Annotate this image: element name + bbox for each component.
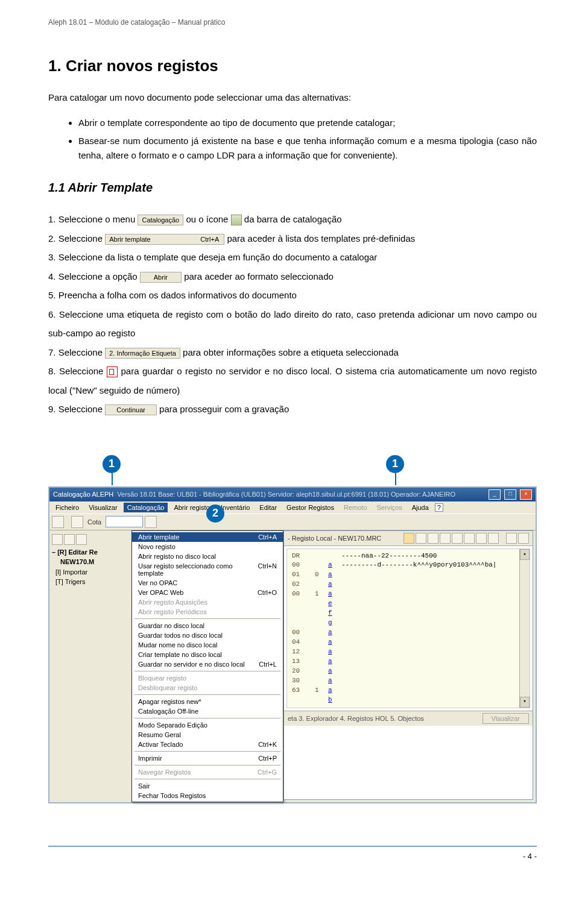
grid-cell: [315, 618, 323, 628]
editor-toolbar-icon[interactable]: [452, 533, 463, 544]
grid-cell: a: [328, 589, 337, 599]
grid-row[interactable]: 00a---------d--------k^^^y0pory0103^^^^b…: [292, 561, 525, 570]
grid-row[interactable]: 13a: [292, 657, 525, 667]
dropdown-item-label: Novo registo: [138, 543, 176, 550]
record-grid[interactable]: ▴ ▾ DR-----naa--22--------450000a-------…: [286, 548, 530, 708]
save-icon[interactable]: [107, 366, 118, 377]
app-title-prefix: Catalogação ALEPH: [53, 491, 113, 498]
toolbar-icon[interactable]: [52, 516, 64, 528]
dropdown-item[interactable]: Mudar nome no disco local: [132, 640, 283, 650]
dropdown-item[interactable]: Guardar no disco local: [132, 621, 283, 630]
tree-tab-icon[interactable]: [76, 534, 87, 545]
editor-toolbar-icon[interactable]: [440, 533, 451, 544]
grid-cell: [315, 696, 323, 705]
toolbar-icon[interactable]: [71, 516, 83, 528]
close-button[interactable]: ×: [520, 489, 532, 500]
intro-bullet-list: Abrir o template correspondente ao tipo …: [48, 116, 537, 163]
dropdown-item[interactable]: Resumo Geral: [132, 730, 283, 740]
editor-toolbar-icon[interactable]: [464, 533, 475, 544]
app-title-rest: Versão 18.01 Base: ULB01 - Bibliográfica…: [117, 491, 455, 498]
catalogacao-button[interactable]: Catalogação: [138, 215, 183, 225]
dropdown-item[interactable]: Guardar no servidor e no disco localCtrl…: [132, 659, 283, 669]
step-text: 5. Preencha a folha com os dados informa…: [48, 286, 537, 305]
grid-cell: [315, 628, 323, 638]
dropdown-item[interactable]: Fechar Todos Registos: [132, 791, 283, 800]
grid-row[interactable]: 12a: [292, 647, 525, 657]
dropdown-item[interactable]: ImprimirCtrl+P: [132, 753, 283, 763]
grid-row[interactable]: 20a: [292, 667, 525, 676]
grid-cell: a: [328, 638, 337, 647]
menu-gestor-registos[interactable]: Gestor Registos: [283, 503, 338, 512]
grid-row[interactable]: 631a: [292, 686, 525, 696]
dropdown-item[interactable]: Activar TecladoCtrl+K: [132, 740, 283, 749]
dropdown-item[interactable]: Ver no OPAC: [132, 578, 283, 588]
grid-row[interactable]: 010a: [292, 570, 525, 580]
dropdown-item[interactable]: Sair: [132, 781, 283, 791]
editor-toolbar-icon[interactable]: [428, 533, 438, 544]
scroll-up-icon[interactable]: ▴: [520, 549, 530, 560]
menu-ajuda[interactable]: Ajuda: [408, 503, 432, 512]
dropdown-item[interactable]: Ver OPAC WebCtrl+O: [132, 588, 283, 597]
dropdown-item-shortcut: Ctrl+N: [258, 562, 277, 577]
editor-toolbar-icon[interactable]: [488, 533, 499, 544]
grid-row[interactable]: DR-----naa--22--------4500: [292, 552, 525, 561]
tree-item[interactable]: NEW170.M: [52, 557, 130, 567]
tree-item[interactable]: [T] Trigers: [52, 577, 130, 587]
grid-row[interactable]: b: [292, 696, 525, 705]
dropdown-item[interactable]: Criar template no disco local: [132, 650, 283, 659]
menu-visualizar[interactable]: Visualizar: [85, 503, 121, 512]
dropdown-item[interactable]: Catalogação Off-line: [132, 706, 283, 716]
tree-item[interactable]: [I] Importar: [52, 567, 130, 577]
menu-editar[interactable]: Editar: [256, 503, 280, 512]
help-icon[interactable]: ?: [435, 503, 443, 512]
scrollbar[interactable]: ▴ ▾: [519, 549, 530, 708]
dropdown-item-label: Usar registo seleccionado como template: [138, 562, 258, 577]
grid-row[interactable]: c: [292, 705, 525, 708]
dropdown-item[interactable]: Abrir registo no disco local: [132, 552, 283, 561]
grid-row[interactable]: 30a: [292, 676, 525, 686]
grid-cell: 30: [292, 676, 310, 686]
info-etiqueta-tab[interactable]: 2. Informação Etiqueta: [105, 348, 180, 359]
menu-catalogacao[interactable]: Catalogação: [124, 503, 168, 512]
catalog-icon[interactable]: [231, 215, 242, 225]
continuar-button[interactable]: Continuar: [105, 404, 157, 415]
grid-cell: a: [328, 580, 337, 589]
grid-row[interactable]: e: [292, 599, 525, 609]
editor-toolbar-icon[interactable]: [403, 533, 414, 544]
grid-row[interactable]: 02a: [292, 580, 525, 589]
grid-row[interactable]: 001a: [292, 589, 525, 599]
grid-row[interactable]: 00a: [292, 628, 525, 638]
dropdown-item[interactable]: Usar registo seleccionado como templateC…: [132, 561, 283, 578]
dropdown-item[interactable]: Abrir templateCtrl+A: [132, 532, 283, 542]
scroll-down-icon[interactable]: ▾: [520, 697, 530, 708]
dropdown-item[interactable]: Novo registo: [132, 542, 283, 552]
tree-tab-icon[interactable]: [64, 534, 75, 545]
menu-ficheiro[interactable]: Ficheiro: [52, 503, 83, 512]
minimize-button[interactable]: _: [489, 489, 501, 500]
abrir-button[interactable]: Abrir: [140, 272, 182, 283]
grid-row[interactable]: f: [292, 609, 525, 618]
editor-toolbar-icon[interactable]: [506, 533, 517, 544]
maximize-button[interactable]: □: [504, 489, 516, 500]
step-text: 9. Seleccione: [48, 404, 105, 414]
editor-toolbar-icon[interactable]: [518, 533, 529, 544]
visualizar-button[interactable]: Visualizar: [482, 713, 530, 724]
editor-toolbar-icon[interactable]: [476, 533, 487, 544]
bullet-item: Basear-se num documento já existente na …: [78, 134, 537, 163]
dropdown-item[interactable]: Apagar registos new*: [132, 697, 283, 706]
toolbar-icon[interactable]: [145, 516, 157, 528]
dropdown-item[interactable]: Modo Separado Edição: [132, 720, 283, 730]
abrir-template-menu-item[interactable]: Abrir template Ctrl+A: [105, 234, 224, 245]
bottom-tabs-text[interactable]: eta 3. Explorador 4. Registos HOL 5. Obj…: [288, 715, 424, 722]
grid-row[interactable]: 04a: [292, 638, 525, 647]
grid-cell: [315, 667, 323, 676]
tree-tab-icon[interactable]: [52, 534, 63, 545]
dropdown-item-label: Abrir template: [138, 533, 179, 541]
editor-toolbar-icon[interactable]: [416, 533, 426, 544]
tree-item[interactable]: – [R] Editar Re: [52, 547, 130, 558]
grid-cell: [315, 580, 323, 589]
grid-row[interactable]: g: [292, 618, 525, 628]
cota-input[interactable]: [106, 516, 143, 527]
dropdown-item[interactable]: Guardar todos no disco local: [132, 630, 283, 640]
step-text: 8. Seleccione: [48, 366, 107, 376]
